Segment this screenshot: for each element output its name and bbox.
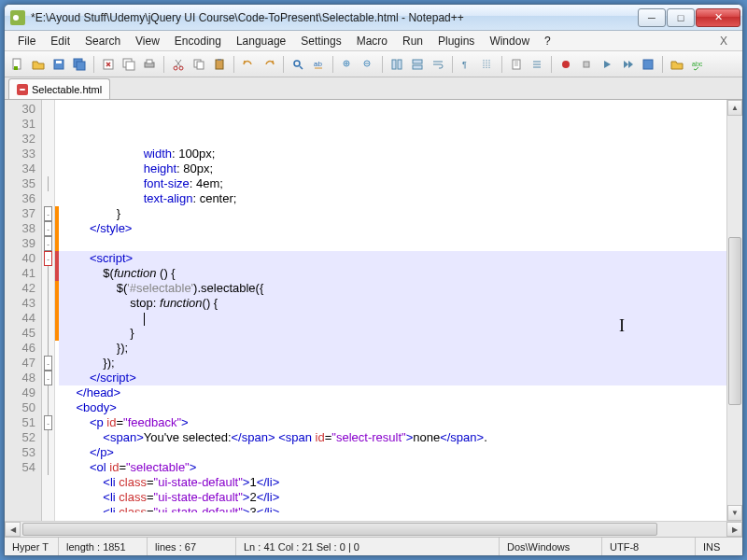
undo-icon[interactable]: [239, 55, 258, 74]
sync-v-icon[interactable]: [388, 55, 406, 74]
close-all-icon[interactable]: [120, 55, 138, 74]
open-file-icon[interactable]: [29, 55, 48, 74]
play-icon[interactable]: [598, 55, 616, 74]
svg-rect-24: [413, 65, 422, 69]
zoom-in-icon[interactable]: [338, 55, 357, 74]
svg-text:¶: ¶: [462, 60, 467, 69]
svg-text:abc: abc: [692, 61, 703, 67]
statusbar: Hyper T length : 1851 lines : 67 Ln : 41…: [5, 537, 742, 555]
status-position: Ln : 41 Col : 21 Sel : 0 | 0: [236, 538, 500, 555]
print-icon[interactable]: [140, 55, 159, 74]
menu-edit[interactable]: Edit: [43, 33, 78, 49]
redo-icon[interactable]: [260, 55, 278, 74]
menu-encoding[interactable]: Encoding: [167, 33, 229, 49]
toolbar: ab ¶ abc: [5, 51, 742, 77]
app-icon: [10, 10, 25, 25]
line-number-gutter[interactable]: 3031323334353637383940414243444546474849…: [5, 100, 42, 521]
doc-map-icon[interactable]: [507, 55, 526, 74]
menu-close-doc[interactable]: X: [711, 33, 737, 49]
horizontal-scrollbar[interactable]: ◀ ▶: [5, 521, 742, 537]
indent-guide-icon[interactable]: [478, 55, 497, 74]
paste-icon[interactable]: [210, 55, 229, 74]
cut-icon[interactable]: [169, 55, 188, 74]
maximize-button[interactable]: □: [667, 8, 695, 27]
menu-language[interactable]: Language: [229, 33, 293, 49]
menu-window[interactable]: Window: [482, 33, 537, 49]
scroll-left-icon[interactable]: ◀: [5, 522, 21, 537]
code-area[interactable]: I width: 100px; height: 80px; font-size:…: [59, 100, 726, 521]
save-macro-icon[interactable]: [639, 55, 657, 74]
text-cursor-icon: I: [619, 318, 625, 333]
menu-view[interactable]: View: [128, 33, 167, 49]
scroll-down-icon[interactable]: ▼: [727, 505, 742, 521]
menu-settings[interactable]: Settings: [293, 33, 348, 49]
record-icon[interactable]: [557, 55, 575, 74]
tab-label: Selectable.html: [32, 84, 102, 95]
svg-rect-22: [398, 60, 402, 69]
svg-rect-16: [218, 59, 221, 61]
minimize-button[interactable]: ─: [638, 8, 666, 27]
status-lines: lines : 67: [148, 538, 236, 555]
menu-plugins[interactable]: Plugins: [430, 33, 482, 49]
svg-rect-29: [643, 60, 653, 69]
save-all-icon[interactable]: [70, 55, 89, 74]
play-multi-icon[interactable]: [618, 55, 637, 74]
svg-rect-10: [147, 60, 152, 63]
menubar: File Edit Search View Encoding Language …: [5, 31, 742, 51]
show-all-chars-icon[interactable]: ¶: [458, 55, 476, 74]
copy-icon[interactable]: [190, 55, 208, 74]
app-window: *E:\Ayoud Stuff\Udemy\jQuery UI Course\C…: [4, 4, 743, 556]
svg-rect-28: [584, 62, 589, 67]
status-length: length : 1851: [59, 538, 148, 555]
svg-rect-23: [413, 60, 422, 63]
close-button[interactable]: ✕: [696, 8, 740, 27]
tab-selectable[interactable]: Selectable.html: [8, 78, 110, 99]
status-language: Hyper T: [5, 538, 59, 555]
svg-point-27: [562, 61, 570, 68]
spellcheck-icon[interactable]: abc: [688, 55, 707, 74]
zoom-out-icon[interactable]: [359, 55, 377, 74]
menu-file[interactable]: File: [10, 33, 43, 49]
unsaved-indicator-icon: [17, 84, 28, 95]
svg-rect-5: [77, 62, 85, 70]
menu-macro[interactable]: Macro: [349, 33, 395, 49]
sync-h-icon[interactable]: [408, 55, 427, 74]
status-eol: Dos\Windows: [500, 538, 602, 555]
status-encoding: UTF-8: [602, 538, 696, 555]
vertical-scrollbar[interactable]: ▲ ▼: [726, 100, 742, 521]
wrap-icon[interactable]: [429, 55, 447, 74]
stop-icon[interactable]: [577, 55, 596, 74]
svg-text:ab: ab: [314, 60, 322, 68]
new-file-icon[interactable]: [8, 55, 27, 74]
menu-help[interactable]: ?: [537, 33, 558, 49]
menu-run[interactable]: Run: [395, 33, 430, 49]
close-file-icon[interactable]: [99, 55, 118, 74]
editor: 3031323334353637383940414243444546474849…: [5, 100, 742, 521]
scroll-thumb[interactable]: [728, 237, 741, 405]
menu-search[interactable]: Search: [78, 33, 128, 49]
svg-rect-21: [392, 60, 396, 69]
status-insert-mode: INS: [696, 538, 742, 555]
svg-rect-3: [56, 61, 62, 63]
scroll-up-icon[interactable]: ▲: [727, 100, 742, 116]
svg-rect-14: [197, 62, 204, 69]
func-list-icon[interactable]: [528, 55, 546, 74]
save-icon[interactable]: [49, 55, 68, 74]
replace-icon[interactable]: ab: [309, 55, 328, 74]
hscroll-thumb[interactable]: [22, 523, 657, 536]
svg-rect-1: [14, 66, 18, 70]
scroll-right-icon[interactable]: ▶: [726, 522, 742, 537]
svg-rect-8: [126, 62, 134, 70]
window-title: *E:\Ayoud Stuff\Udemy\jQuery UI Course\C…: [29, 11, 638, 24]
tabbar: Selectable.html: [5, 77, 742, 100]
folder-icon[interactable]: [668, 55, 686, 74]
find-icon[interactable]: [289, 55, 307, 74]
fold-column[interactable]: -------: [42, 100, 55, 521]
svg-point-17: [294, 61, 300, 66]
svg-rect-15: [216, 60, 223, 69]
titlebar[interactable]: *E:\Ayoud Stuff\Udemy\jQuery UI Course\C…: [5, 5, 742, 31]
